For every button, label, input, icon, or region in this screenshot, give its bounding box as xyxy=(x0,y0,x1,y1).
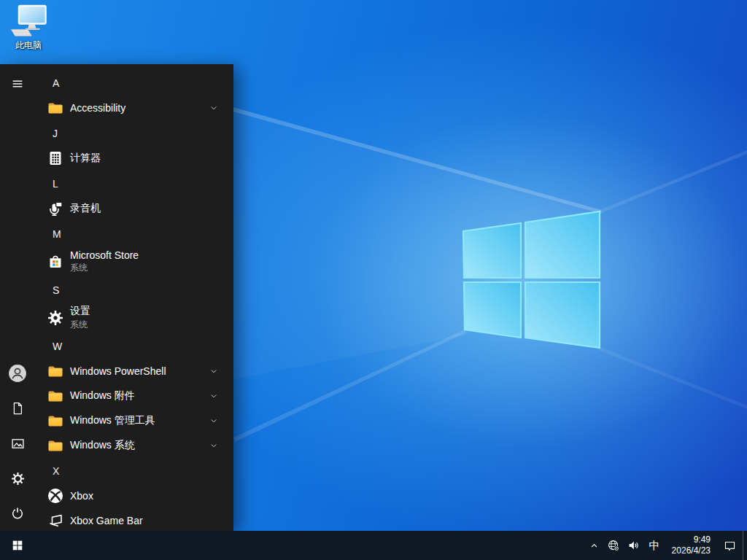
pics-icon xyxy=(10,436,26,451)
action-center-button[interactable] xyxy=(717,531,743,560)
clock-date: 2026/4/23 xyxy=(672,545,711,556)
section-header-w[interactable]: W xyxy=(35,333,233,359)
doc-icon xyxy=(10,401,25,416)
app-item-voice-recorder[interactable]: 录音机 xyxy=(35,196,233,221)
chevron-down-icon xyxy=(209,440,219,451)
app-item-label: Microsoft Store xyxy=(70,249,139,261)
app-item-label: 设置 xyxy=(70,305,90,318)
app-item-microsoft-store[interactable]: Microsoft Store系统 xyxy=(35,246,233,277)
folder-icon xyxy=(47,437,64,454)
app-item-windows-admin-tools[interactable]: Windows 管理工具 xyxy=(35,408,233,433)
section-header-j[interactable]: J xyxy=(35,120,233,146)
app-item-calculator[interactable]: 计算器 xyxy=(35,146,233,171)
start-button[interactable] xyxy=(0,531,35,560)
section-letter: X xyxy=(53,465,59,477)
store-icon xyxy=(47,253,64,271)
app-item-settings[interactable]: 设置系统 xyxy=(35,303,233,333)
this-pc-icon xyxy=(8,4,49,38)
app-item-windows-system[interactable]: Windows 系统 xyxy=(35,433,233,458)
taskbar: 中 9:49 2026/4/23 xyxy=(0,531,747,560)
calculator-icon xyxy=(47,149,64,167)
folder-icon xyxy=(47,362,64,380)
app-item-label: 录音机 xyxy=(70,202,101,215)
tray-volume-button[interactable] xyxy=(624,531,644,560)
section-header-x[interactable]: X xyxy=(35,458,233,483)
show-desktop-button[interactable] xyxy=(743,531,747,560)
section-letter: W xyxy=(53,341,62,352)
xbox-icon xyxy=(47,487,64,505)
app-item-accessibility[interactable]: Accessibility xyxy=(35,96,233,120)
tray-network-button[interactable] xyxy=(603,531,624,560)
app-item-subtitle: 系统 xyxy=(70,319,90,331)
desktop-icon-this-pc[interactable]: 此电脑 xyxy=(4,4,53,52)
app-item-label: Xbox xyxy=(70,490,93,502)
app-item-label: Xbox Game Bar xyxy=(70,515,143,526)
folder-icon xyxy=(47,412,64,429)
section-header-s[interactable]: S xyxy=(35,277,233,303)
chevron-down-icon xyxy=(209,366,219,376)
windows-logo-icon xyxy=(11,539,24,552)
desktop-icon-label: 此电脑 xyxy=(15,39,42,52)
section-letter: M xyxy=(53,228,61,240)
hamburger-icon xyxy=(11,77,24,90)
start-menu-expand-button[interactable] xyxy=(0,66,35,101)
section-header-a[interactable]: A xyxy=(35,70,233,96)
app-item-subtitle: 系统 xyxy=(70,262,139,274)
rail-pictures-button[interactable] xyxy=(0,426,35,461)
gamebar-icon xyxy=(47,512,64,529)
globe-no-internet-icon xyxy=(607,539,620,552)
section-header-l[interactable]: L xyxy=(35,171,233,196)
recorder-icon xyxy=(47,200,64,217)
rail-power-button[interactable] xyxy=(0,496,35,531)
chevron-down-icon xyxy=(209,103,219,113)
start-menu: AAccessibilityJ计算器L录音机MMicrosoft Store系统… xyxy=(0,64,233,531)
app-item-label: Windows PowerShell xyxy=(70,365,166,377)
rail-settings-button[interactable] xyxy=(0,461,35,496)
chevron-up-icon xyxy=(589,540,600,551)
gear-o-icon xyxy=(10,471,26,486)
app-item-xbox[interactable]: Xbox xyxy=(35,483,233,508)
chevron-down-icon xyxy=(209,416,219,426)
ime-indicator[interactable]: 中 xyxy=(644,531,665,560)
user-icon xyxy=(8,364,27,383)
rail-documents-button[interactable] xyxy=(0,391,35,426)
section-letter: S xyxy=(53,284,59,296)
app-item-label: Windows 系统 xyxy=(70,439,135,452)
power-icon xyxy=(10,506,25,521)
system-tray: 中 9:49 2026/4/23 xyxy=(585,531,747,560)
taskbar-clock[interactable]: 9:49 2026/4/23 xyxy=(665,534,717,556)
section-letter: L xyxy=(53,178,58,190)
app-item-label: Windows 附件 xyxy=(70,389,135,402)
start-menu-rail xyxy=(0,64,35,531)
section-letter: A xyxy=(53,77,59,89)
app-item-label: 计算器 xyxy=(70,152,101,165)
folder-icon xyxy=(47,387,64,405)
chevron-down-icon xyxy=(209,391,219,401)
section-letter: J xyxy=(53,128,58,139)
action-center-icon xyxy=(724,540,736,552)
clock-time: 9:49 xyxy=(672,534,711,545)
start-menu-app-list: AAccessibilityJ计算器L录音机MMicrosoft Store系统… xyxy=(35,64,233,531)
speaker-icon xyxy=(627,539,640,552)
folder-icon xyxy=(47,99,64,117)
app-item-xbox-game-bar[interactable]: Xbox Game Bar xyxy=(35,508,233,531)
app-item-label: Windows 管理工具 xyxy=(70,414,155,427)
section-header-m[interactable]: M xyxy=(35,221,233,246)
app-item-windows-powershell[interactable]: Windows PowerShell xyxy=(35,359,233,384)
rail-user-button[interactable] xyxy=(0,356,35,391)
gear-icon xyxy=(47,309,64,327)
app-item-label: Accessibility xyxy=(70,102,125,114)
app-item-windows-accessories[interactable]: Windows 附件 xyxy=(35,384,233,408)
tray-show-hidden-icons-button[interactable] xyxy=(585,531,603,560)
